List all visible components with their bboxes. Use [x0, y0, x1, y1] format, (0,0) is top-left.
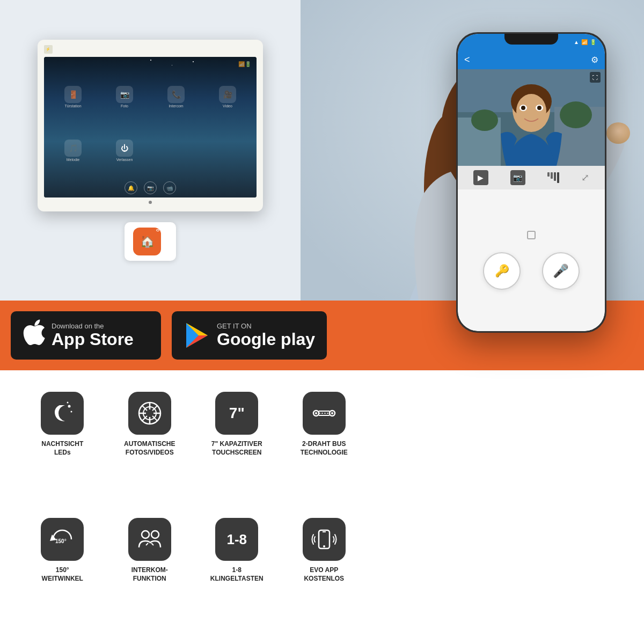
device-panel: ⚡ 📶🔋 — [0, 0, 301, 301]
settings-icon[interactable]: ⚙ — [591, 55, 598, 65]
svg-point-18 — [471, 109, 498, 131]
bus-icon — [303, 392, 346, 435]
expand-icon[interactable]: ⤢ — [581, 172, 589, 184]
checkbox-row — [527, 231, 536, 239]
screen-status-icons: 📶🔋 — [238, 61, 251, 67]
googleplay-text: GET IT ON Google play — [217, 322, 315, 349]
svg-point-53 — [323, 545, 325, 547]
device-screen: 📶🔋 🚪 Türstation 📷 Foto 📞 — [44, 57, 257, 197]
app-icon: 🏠 — [133, 228, 161, 255]
feature-interkom: INTERKOM-FUNKTION — [109, 513, 191, 633]
screen-icon-melodie: 🎵 Melodie — [48, 125, 98, 177]
feature-weitwinkel: 150° 150°WEITWINKEL — [21, 513, 104, 633]
phone-video-feed: ⛶ — [458, 69, 605, 166]
interkom-icon — [128, 518, 171, 561]
svg-text:150°: 150° — [55, 538, 67, 544]
orange-banner: Download on the App Store GET IT ON Goog… — [0, 301, 644, 370]
phone-status-icons: ▲ 📶 🔋 — [574, 39, 596, 45]
video-overlay-controls: ⛶ — [590, 72, 601, 83]
evo-app-icon — [303, 518, 346, 561]
touchscreen-icon: 7" — [215, 392, 258, 435]
video-icon: 🎥 — [219, 86, 236, 103]
phone-device: ▲ 📶 🔋 < ⚙ — [456, 32, 606, 333]
appstore-text: Download on the App Store — [52, 322, 134, 349]
screen-btn-video[interactable]: 📹 — [163, 181, 176, 194]
feature-nachtsicht: NACHTSICHTLEDs — [21, 386, 104, 507]
control-buttons-row: 🔑 🎤 — [483, 252, 580, 290]
battery-icon: 🔋 — [590, 39, 596, 45]
google-play-icon — [184, 322, 210, 349]
svg-point-29 — [67, 402, 69, 404]
svg-point-50 — [151, 531, 159, 538]
screen-icon-intercom: 📞 Intercom — [151, 71, 201, 123]
screen-icon-video: 🎥 Video — [203, 71, 252, 123]
features-grid: NACHTSICHTLEDs AUTOMATISCHEFOTOS/ — [0, 370, 376, 644]
feature-fotos: AUTOMATISCHEFOTOS/VIDEOS — [109, 386, 191, 507]
phone-toolbar: ▶ 📷 ⤢ — [458, 166, 605, 189]
mic-button[interactable]: 🎤 — [542, 252, 580, 290]
back-button[interactable]: < — [464, 54, 470, 65]
svg-point-26 — [537, 106, 541, 110]
klingeltasten-icon: 1-8 — [215, 518, 258, 561]
key-button[interactable]: 🔑 — [483, 252, 521, 290]
feature-evo-app: EVO APPKOSTENLOS — [283, 513, 365, 633]
phone-nav-bar: < ⚙ — [458, 50, 605, 69]
feature-2draht: 2-DRAHT BUSTECHNOLOGIE — [283, 386, 365, 507]
app-icon-symbol: 🏠 — [140, 235, 155, 248]
svg-point-49 — [142, 531, 149, 538]
fullscreen-icon[interactable]: ⛶ — [590, 72, 601, 83]
svg-point-27 — [68, 405, 71, 408]
googleplay-big-text: Google play — [217, 330, 315, 349]
svg-point-28 — [71, 411, 72, 413]
googleplay-button[interactable]: GET IT ON Google play — [172, 311, 327, 360]
wifi-icon: 📶 — [581, 39, 588, 45]
feature-touchscreen: 7" 7" KAPAZITIVERTOUCHSCREEN — [196, 386, 278, 507]
screen-icon-foto: 📷 Foto — [100, 71, 149, 123]
svg-point-19 — [560, 101, 592, 128]
googleplay-small-text: GET IT ON — [217, 322, 315, 330]
door-person-view — [458, 69, 605, 166]
svg-point-22 — [516, 94, 546, 128]
phone-controls: 🔑 🎤 — [458, 189, 605, 331]
svg-point-41 — [315, 412, 317, 414]
svg-point-24 — [521, 106, 525, 110]
record-icon[interactable]: ▶ — [473, 170, 488, 185]
signal-bars — [547, 172, 559, 183]
appstore-small-text: Download on the — [52, 322, 134, 330]
screen-btn-bell[interactable]: 🔔 — [125, 181, 137, 194]
appstore-big-text: App Store — [52, 330, 134, 349]
signal-icon: ▲ — [574, 39, 579, 45]
fotos-icon — [128, 392, 171, 435]
phone-screen: ▲ 📶 🔋 < ⚙ — [458, 34, 605, 331]
feature-klingeltasten: 1-8 1-8KLINGELTASTEN — [196, 513, 278, 633]
screen-icon-verlassen: ⏻ Verlassen — [100, 125, 149, 177]
verlassen-icon: ⏻ — [116, 140, 133, 157]
svg-point-43 — [331, 412, 333, 414]
turstation-icon: 🚪 — [64, 86, 82, 103]
device-frame: ⚡ 📶🔋 — [38, 40, 263, 211]
device-dot — [149, 201, 152, 204]
nachtsicht-icon — [41, 392, 84, 435]
screen-btn-camera[interactable]: 📷 — [144, 181, 157, 194]
checkbox[interactable] — [527, 231, 536, 239]
screenshot-icon[interactable]: 📷 — [510, 170, 525, 185]
app-info-card: 🏠 — [125, 222, 176, 261]
screen-icon-turstation: 🚪 Türstation — [48, 71, 98, 123]
app-evo-badge — [156, 229, 159, 231]
melodie-icon: 🎵 — [64, 140, 82, 157]
apple-icon — [23, 319, 45, 352]
weitwinkel-icon: 150° — [41, 518, 84, 561]
phone-mockup: ▲ 📶 🔋 < ⚙ — [467, 140, 623, 451]
phone-notch — [504, 34, 558, 45]
balter-logo-icon: ⚡ — [44, 45, 53, 54]
appstore-button[interactable]: Download on the App Store — [11, 311, 161, 360]
intercom-icon: 📞 — [167, 86, 185, 103]
foto-icon: 📷 — [116, 86, 133, 103]
balter-logo: ⚡ — [44, 45, 55, 54]
